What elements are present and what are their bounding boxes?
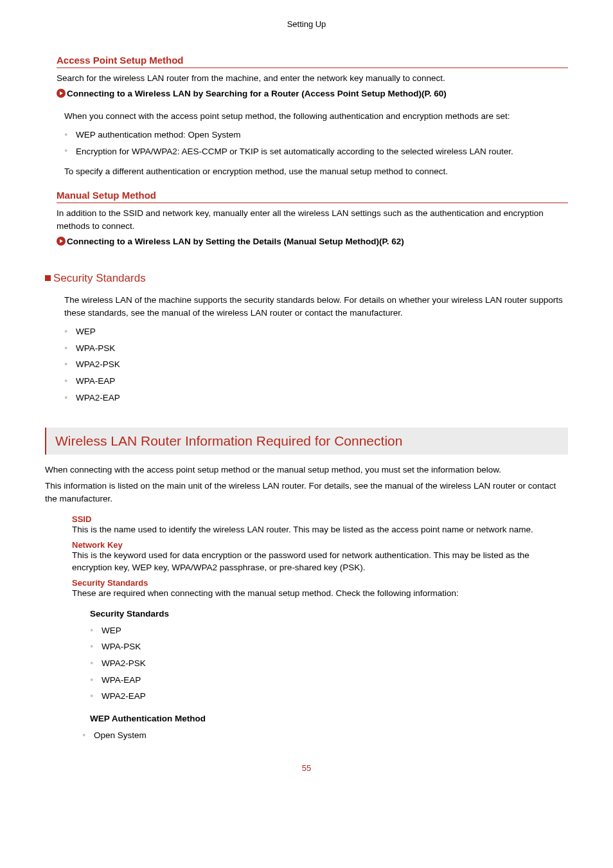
section-access-point: Access Point Setup Method Search for the… xyxy=(57,55,568,101)
list-item: Encryption for WPA/WPA2: AES-CCMP or TKI… xyxy=(64,143,568,161)
list-item: WPA2-EAP xyxy=(64,390,568,406)
bullet-list: WEP authentication method: Open System E… xyxy=(64,127,568,161)
list-item: WPA-EAP xyxy=(64,373,568,390)
subsection-body: The wireless LAN of the machine supports… xyxy=(64,294,568,406)
term-body: This is the name used to identify the wi… xyxy=(72,524,568,536)
paragraph: To specify a different authentication or… xyxy=(64,165,568,178)
list-item: WPA-PSK xyxy=(90,638,568,655)
section-manual: Manual Setup Method In addition to the S… xyxy=(57,190,568,249)
paragraph: In addition to the SSID and network key,… xyxy=(57,207,568,233)
note-block: When you connect with the access point s… xyxy=(64,110,568,178)
list-item: WPA2-PSK xyxy=(90,655,568,672)
term-body: These are required when connecting with … xyxy=(72,588,568,600)
paragraph: The wireless LAN of the machine supports… xyxy=(64,294,568,320)
list-item: WEP authentication method: Open System xyxy=(64,127,568,143)
play-icon xyxy=(57,237,66,246)
subsection-title: Security Standards xyxy=(53,272,146,284)
list-item: WEP xyxy=(64,323,568,340)
page-header: Setting Up xyxy=(45,19,568,29)
square-icon xyxy=(45,275,51,281)
list-item: Open System xyxy=(82,727,568,744)
paragraph: Search for the wireless LAN router from … xyxy=(57,72,568,85)
cross-reference-link[interactable]: Connecting to a Wireless LAN by Searchin… xyxy=(57,87,568,100)
play-icon xyxy=(57,89,66,98)
bullet-list: WEP WPA-PSK WPA2-PSK WPA-EAP WPA2-EAP xyxy=(64,323,568,406)
list-item: WPA-PSK xyxy=(64,340,568,357)
link-text: Connecting to a Wireless LAN by Setting … xyxy=(67,237,404,246)
bullet-list: Open System xyxy=(82,727,568,744)
subsection-heading: Security Standards xyxy=(45,272,568,285)
section-banner: Wireless LAN Router Information Required… xyxy=(45,428,568,455)
term-security-standards: Security Standards xyxy=(72,578,568,588)
label-wep-auth: WEP Authentication Method xyxy=(90,714,568,723)
term-network-key: Network Key xyxy=(72,540,568,550)
list-item: WPA-EAP xyxy=(90,672,568,689)
section-heading: Manual Setup Method xyxy=(57,190,568,203)
list-item: WPA2-EAP xyxy=(90,688,568,705)
link-text: Connecting to a Wireless LAN by Searchin… xyxy=(67,89,447,98)
page-number: 55 xyxy=(45,763,568,773)
bullet-list: WEP WPA-PSK WPA2-PSK WPA-EAP WPA2-EAP xyxy=(90,622,568,705)
paragraph: When you connect with the access point s… xyxy=(64,110,568,123)
document-page: Setting Up Access Point Setup Method Sea… xyxy=(0,0,613,799)
cross-reference-link[interactable]: Connecting to a Wireless LAN by Setting … xyxy=(57,235,568,248)
section-heading: Access Point Setup Method xyxy=(57,55,568,68)
paragraph: This information is listed on the main u… xyxy=(45,480,568,506)
paragraph: When connecting with the access point se… xyxy=(45,464,568,476)
label-security-standards: Security Standards xyxy=(90,609,568,619)
list-item: WEP xyxy=(90,622,568,639)
list-item: WPA2-PSK xyxy=(64,356,568,373)
term-ssid: SSID xyxy=(72,514,568,524)
term-body: This is the keyword used for data encryp… xyxy=(72,550,568,574)
